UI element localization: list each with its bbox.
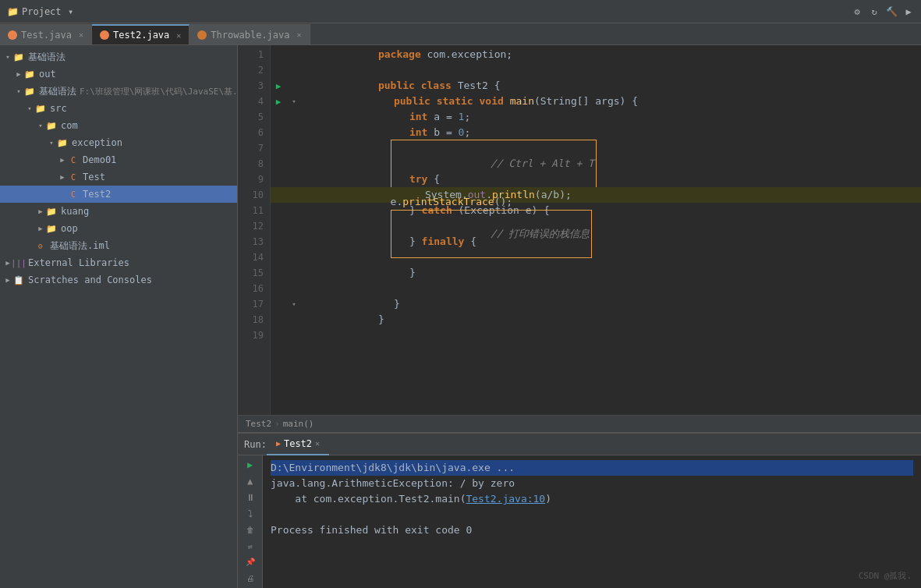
line-num-3: 3 xyxy=(238,78,264,94)
tab-throwable-java[interactable]: Throwable.java ✕ xyxy=(190,24,310,44)
console-clear-btn[interactable]: 🗑 xyxy=(242,523,259,537)
bottom-tab-close[interactable]: ✕ xyxy=(315,439,320,448)
sidebar-item-out[interactable]: ▶ 📁 out xyxy=(0,66,237,83)
console-run-btn[interactable]: ▶ xyxy=(242,459,259,472)
tab-test2-java[interactable]: Test2.java ✕ xyxy=(92,24,190,44)
toolbar-left: 📁 Project ▾ xyxy=(6,5,77,18)
tree-arrow-out: ▶ xyxy=(14,70,23,78)
sidebar-tree: ▾ 📁 基础语法 ▶ 📁 out ▾ 📁 基础语法 F:\班级管理\网课班\代码… xyxy=(0,45,237,588)
line-num-7: 7 xyxy=(238,140,264,156)
tree-arrow-kuang: ▶ xyxy=(36,207,45,215)
console-area: ▶ ▲ ⏸ ⤵ 🗑 ⇌ 📌 🖨 D:\Environment\jdk8\jdk\… xyxy=(238,455,921,588)
tab-java-icon-test xyxy=(8,30,17,40)
line-num-12: 12 xyxy=(238,218,264,234)
line-num-19: 19 xyxy=(238,328,264,343)
tree-arrow-basics: ▾ xyxy=(3,53,12,61)
tree-arrow-test: ▶ xyxy=(58,173,67,181)
watermark: CSDN @孤我. xyxy=(859,570,912,582)
console-text-exception: java.lang.ArithmeticException: / by zero xyxy=(271,476,515,491)
breadcrumb-class: Test2 xyxy=(246,419,271,429)
class-icon-test2: C xyxy=(67,188,80,200)
tab-test2-close[interactable]: ✕ xyxy=(176,31,181,40)
sidebar-label-kuang: kuang xyxy=(61,206,89,217)
console-line-process: Process finished with exit code 0 xyxy=(271,522,913,538)
code-content[interactable]: package com.exception; ▶ public class Te… xyxy=(271,45,921,415)
run-arrow-4: ▶ xyxy=(271,97,286,107)
folder-icon-kuang: 📁 xyxy=(45,205,58,218)
sidebar-item-test2[interactable]: C Test2 xyxy=(0,186,237,203)
tab-bar: Test.java ✕ Test2.java ✕ Throwable.java … xyxy=(0,23,921,45)
console-text-at-prefix: at com.exception.Test2.main( xyxy=(271,491,466,507)
sidebar-label-ext-libs: External Libraries xyxy=(28,257,129,268)
line-num-13: 13 xyxy=(238,234,264,250)
toolbar-project-label: Project xyxy=(22,6,62,17)
fold-arrow-17[interactable]: ▾ xyxy=(286,300,302,308)
console-text-at-suffix: ) xyxy=(545,491,551,507)
bottom-tab-icon: ▶ xyxy=(276,439,281,448)
tree-arrow-exception: ▾ xyxy=(47,139,56,147)
tab-test-java[interactable]: Test.java ✕ xyxy=(0,24,92,44)
code-line-18: } xyxy=(271,312,921,328)
console-scroll-btn[interactable]: 📌 xyxy=(242,556,259,569)
toolbar: 📁 Project ▾ ⚙ ↻ 🔨 ▶ xyxy=(0,0,921,23)
sidebar-label-test2: Test2 xyxy=(83,189,111,200)
console-wrap-btn[interactable]: ⇌ xyxy=(242,540,259,553)
sidebar-item-scratches[interactable]: ▶ 📋 Scratches and Consoles xyxy=(0,271,237,289)
console-stop-btn[interactable]: ▲ xyxy=(242,475,259,488)
sidebar-item-demo01[interactable]: ▶ C Demo01 xyxy=(0,151,237,168)
run-label: Run: xyxy=(238,439,267,450)
tab-throwable-label: Throwable.java xyxy=(211,30,289,41)
breadcrumb: Test2 › main() xyxy=(238,415,921,432)
console-step-btn[interactable]: ⤵ xyxy=(242,507,259,520)
editor-area: 1 2 3 4 5 6 7 8 9 10 11 12 13 14 15 16 1… xyxy=(238,45,921,588)
iml-icon: ⚙ xyxy=(34,239,47,252)
sidebar-item-test[interactable]: ▶ C Test xyxy=(0,168,237,186)
toolbar-sync-icon[interactable]: ↻ xyxy=(868,5,880,18)
tab-test-close[interactable]: ✕ xyxy=(79,30,83,39)
tab-java-icon-throwable xyxy=(197,30,207,40)
fold-arrow-4[interactable]: ▾ xyxy=(286,97,302,105)
sidebar-label-exception: exception xyxy=(72,137,122,148)
console-link-test2[interactable]: Test2.java:10 xyxy=(466,491,545,507)
sidebar-item-basics-root[interactable]: ▾ 📁 基础语法 xyxy=(0,48,237,66)
sidebar-label-oop: oop xyxy=(61,223,78,234)
sidebar-item-kuang[interactable]: ▶ 📁 kuang xyxy=(0,203,237,220)
breadcrumb-method: main() xyxy=(283,419,314,429)
console-line-exception: java.lang.ArithmeticException: / by zero xyxy=(271,476,913,491)
sidebar-path-basics: F:\班级管理\网课班\代码\JavaSE\基... xyxy=(80,86,237,97)
project-icon: 📁 xyxy=(6,5,19,18)
sidebar-item-src[interactable]: ▾ 📁 src xyxy=(0,100,237,117)
tab-throwable-close[interactable]: ✕ xyxy=(297,30,302,39)
sidebar-label-out: out xyxy=(39,69,56,80)
sidebar-item-com[interactable]: ▾ 📁 com xyxy=(0,117,237,134)
sidebar-label-basics-path: 基础语法 xyxy=(39,85,76,98)
bottom-tab-label: Test2 xyxy=(284,438,312,449)
console-line-blank xyxy=(271,507,913,522)
sidebar-item-ext-libs[interactable]: ▶ ||| External Libraries xyxy=(0,254,237,271)
bottom-panel: Run: ▶ Test2 ✕ ▶ ▲ ⏸ ⤵ 🗑 ⇌ 📌 🖨 xyxy=(238,432,921,588)
sidebar-item-basics-path[interactable]: ▾ 📁 基础语法 F:\班级管理\网课班\代码\JavaSE\基... xyxy=(0,83,237,100)
folder-icon-out: 📁 xyxy=(23,68,36,80)
sidebar-label-com: com xyxy=(61,120,78,131)
tab-test-label: Test.java xyxy=(21,30,72,41)
line-numbers: 1 2 3 4 5 6 7 8 9 10 11 12 13 14 15 16 1… xyxy=(238,45,271,415)
code-editor[interactable]: 1 2 3 4 5 6 7 8 9 10 11 12 13 14 15 16 1… xyxy=(238,45,921,415)
sidebar: ▾ 📁 基础语法 ▶ 📁 out ▾ 📁 基础语法 F:\班级管理\网课班\代码… xyxy=(0,45,238,588)
tab-java-icon-test2 xyxy=(100,30,109,40)
sidebar-label-demo01: Demo01 xyxy=(83,154,116,165)
bottom-tab-test2[interactable]: ▶ Test2 ✕ xyxy=(267,434,329,455)
toolbar-settings-icon[interactable]: ⚙ xyxy=(851,5,863,18)
bottom-tab-bar: Run: ▶ Test2 ✕ xyxy=(238,434,921,455)
line-num-4: 4 xyxy=(238,94,264,109)
line-num-5: 5 xyxy=(238,109,264,125)
console-output[interactable]: D:\Environment\jdk8\jdk\bin\java.exe ...… xyxy=(263,455,921,588)
toolbar-run-icon[interactable]: ▶ xyxy=(902,5,915,18)
sidebar-label-basics: 基础语法 xyxy=(28,51,66,64)
sidebar-item-iml[interactable]: ⚙ 基础语法.iml xyxy=(0,237,237,254)
sidebar-item-exception[interactable]: ▾ 📁 exception xyxy=(0,134,237,151)
toolbar-build-icon[interactable]: 🔨 xyxy=(885,5,898,18)
toolbar-dropdown-icon[interactable]: ▾ xyxy=(65,5,77,18)
console-pause-btn[interactable]: ⏸ xyxy=(242,491,259,505)
console-print-btn[interactable]: 🖨 xyxy=(242,572,259,585)
sidebar-item-oop[interactable]: ▶ 📁 oop xyxy=(0,220,237,237)
